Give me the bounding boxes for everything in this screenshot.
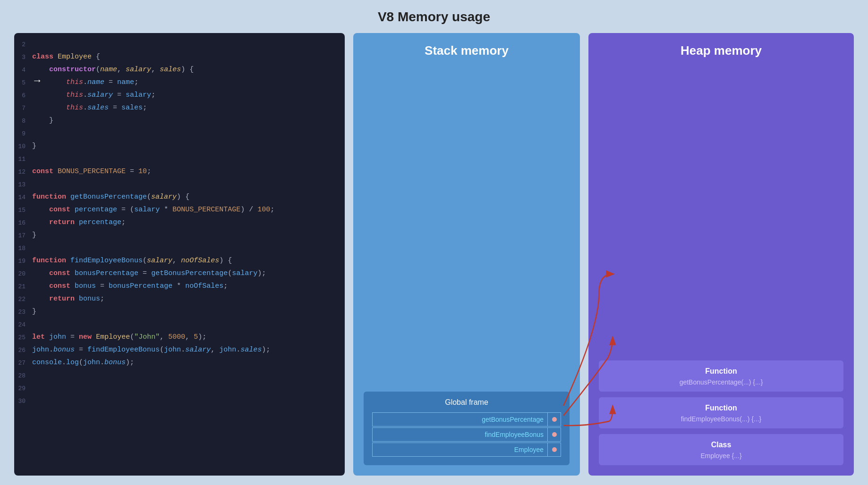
heap-card-content-3: Employee {...} bbox=[607, 452, 835, 460]
code-lines: 2 3 class Employee { 4 constructor(name,… bbox=[14, 39, 345, 408]
code-line: 15 const percentage = (salary * BONUS_PE… bbox=[14, 204, 345, 217]
heap-card-content-1: getBonusPercentage(...) {...} bbox=[607, 378, 835, 386]
code-line: 20 const bonusPercentage = getBonusPerce… bbox=[14, 268, 345, 281]
global-frame: Global frame getBonusPercentage findEmpl… bbox=[364, 392, 570, 465]
code-line: 26 john.bonus = findEmployeeBonus(john.s… bbox=[14, 344, 345, 357]
heap-card-1: Function getBonusPercentage(...) {...} bbox=[599, 360, 843, 392]
code-line: 9 bbox=[14, 128, 345, 141]
frame-row-findemployee: findEmployeeBonus bbox=[372, 427, 561, 442]
heap-card-title-2: Function bbox=[607, 404, 835, 412]
code-line: 17 } bbox=[14, 230, 345, 242]
code-line: 19 function findEmployeeBonus(salary, no… bbox=[14, 255, 345, 268]
frame-dot-3 bbox=[552, 447, 557, 452]
page-title: V8 Memory usage bbox=[14, 9, 854, 25]
code-line: 7 this.sales = sales; bbox=[14, 102, 345, 115]
frame-dot-cell-3 bbox=[547, 443, 561, 456]
frame-label-employee: Employee bbox=[373, 443, 547, 456]
main-content: → 2 3 class Employee { 4 constructor(nam… bbox=[14, 33, 854, 476]
frame-dot-cell bbox=[547, 413, 561, 426]
frame-dot-2 bbox=[552, 432, 557, 437]
frame-row-employee: Employee bbox=[372, 443, 561, 457]
code-line: 27 console.log(john.bonus); bbox=[14, 357, 345, 370]
frame-row-getbonus: getBonusPercentage bbox=[372, 412, 561, 426]
heap-card-3: Class Employee {...} bbox=[599, 434, 843, 465]
heap-card-content-2: findEmployeeBonus(...) {...} bbox=[607, 415, 835, 423]
code-line: 21 const bonus = bonusPercentage * noOfS… bbox=[14, 281, 345, 293]
global-frame-title: Global frame bbox=[372, 398, 561, 407]
heap-card-title-3: Class bbox=[607, 441, 835, 449]
code-line: 28 bbox=[14, 370, 345, 383]
code-line: 10 } bbox=[14, 141, 345, 153]
heap-panel: Heap memory Function getBonusPercentage(… bbox=[588, 33, 854, 476]
stack-title: Stack memory bbox=[364, 43, 570, 58]
code-line: 16 return percentage; bbox=[14, 217, 345, 230]
code-line: 12 const BONUS_PERCENTAGE = 10; bbox=[14, 166, 345, 179]
panels-wrapper: Stack memory Global frame getBonusPercen… bbox=[353, 33, 854, 476]
frame-label-findemployee: findEmployeeBonus bbox=[373, 428, 547, 441]
code-line: 11 bbox=[14, 153, 345, 166]
code-line: 18 bbox=[14, 242, 345, 255]
code-panel: → 2 3 class Employee { 4 constructor(nam… bbox=[14, 33, 345, 476]
heap-card-2: Function findEmployeeBonus(...) {...} bbox=[599, 397, 843, 428]
stack-panel: Stack memory Global frame getBonusPercen… bbox=[353, 33, 580, 476]
frame-dot bbox=[552, 417, 557, 422]
code-line: 4 constructor(name, salary, sales) { bbox=[14, 64, 345, 77]
code-line: 2 bbox=[14, 39, 345, 51]
heap-title: Heap memory bbox=[599, 43, 843, 58]
code-line: 13 bbox=[14, 179, 345, 192]
code-line: 5 this.name = name; bbox=[14, 77, 345, 90]
arrow-indicator: → bbox=[32, 75, 43, 87]
heap-card-title-1: Function bbox=[607, 367, 835, 376]
heap-items: Function getBonusPercentage(...) {...} F… bbox=[599, 360, 843, 465]
frame-dot-cell-2 bbox=[547, 428, 561, 441]
code-line: 8 } bbox=[14, 115, 345, 128]
code-line: 22 return bonus; bbox=[14, 293, 345, 306]
frame-label-getbonus: getBonusPercentage bbox=[373, 413, 547, 426]
code-line: 30 bbox=[14, 395, 345, 408]
code-line: 29 bbox=[14, 383, 345, 395]
code-line: 25 let john = new Employee("John", 5000,… bbox=[14, 332, 345, 344]
code-line: 3 class Employee { bbox=[14, 51, 345, 64]
code-line: 24 bbox=[14, 319, 345, 332]
code-line: 23 } bbox=[14, 306, 345, 319]
code-line: 6 this.salary = salary; bbox=[14, 90, 345, 102]
code-line: 14 function getBonusPercentage(salary) { bbox=[14, 192, 345, 204]
